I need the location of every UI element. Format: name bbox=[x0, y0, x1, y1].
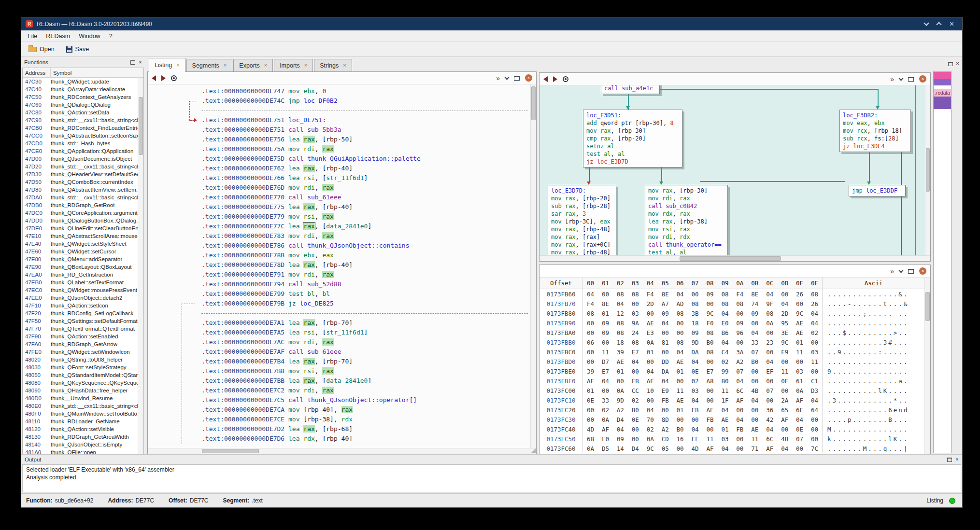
open-button[interactable]: Open bbox=[24, 44, 59, 54]
segment-block[interactable] bbox=[934, 72, 951, 79]
table-row[interactable]: 47F10thunk_QAction::setIcon bbox=[23, 302, 143, 309]
save-button[interactable]: Save bbox=[62, 44, 94, 54]
forward-icon[interactable] bbox=[161, 75, 166, 81]
expand-icon[interactable]: » bbox=[890, 268, 894, 275]
expand-icon[interactable]: » bbox=[890, 76, 894, 83]
segment-block[interactable] bbox=[934, 79, 951, 85]
listing-line[interactable]: .text:00000000000DE7B8mov rsi, rax bbox=[148, 366, 530, 376]
listing-line[interactable]: .text:00000000000DE79Bjz loc_DE825 bbox=[148, 299, 530, 308]
table-row[interactable]: 47D50thunk_QComboBox::currentIndex bbox=[23, 178, 143, 186]
close-tab-icon[interactable]: × bbox=[264, 63, 267, 68]
hex-row[interactable]: 0173FB900009089AAE040018F0E009000A95AE04… bbox=[540, 318, 924, 328]
hex-table[interactable]: Offset 000102030405060708090A0B0C0D0E0F … bbox=[540, 278, 924, 454]
hex-row[interactable]: 0173FC100E339D0200FBAE04001FAF04002AAF04… bbox=[540, 395, 924, 405]
table-row[interactable]: 48140thunk_QJsonObject::isEmpty bbox=[23, 441, 143, 448]
graph-area[interactable]: call sub_a4e1cloc_E3D51:add qword ptr [r… bbox=[540, 85, 925, 255]
detach-icon[interactable] bbox=[908, 269, 914, 274]
listing-line[interactable]: .text:00000000000DE75Amov rdi, rax bbox=[148, 144, 530, 154]
hex-row[interactable]: 0173FBC0001139E7010004DA08C43A0700E91103… bbox=[540, 347, 924, 357]
menu-item-file[interactable]: File bbox=[23, 32, 42, 41]
hex-row[interactable]: 0173FC30000AD40E708D0000FBAE040042AF0400… bbox=[540, 415, 924, 424]
table-row[interactable]: 47E60thunk_QWidget::setCursor bbox=[23, 248, 143, 255]
hex-row[interactable]: 0173FBD000D7AE0400DDAE040002A2B004000011… bbox=[540, 357, 924, 366]
hex-row[interactable]: 0173FBA000090824E300000908B69604003EAE02… bbox=[540, 328, 924, 337]
table-row[interactable]: 47DE0thunk_QLineEdit::setClearButtonEn..… bbox=[23, 224, 143, 232]
table-row[interactable]: 480E0thunk_std::__cxx11::basic_string<ch… bbox=[23, 402, 143, 410]
hex-row[interactable]: 0173FBF0AE0400FBAE040002A8B00400000E61C1… bbox=[540, 376, 924, 386]
tab-strings[interactable]: Strings× bbox=[314, 59, 352, 71]
resize-grip[interactable] bbox=[531, 448, 536, 453]
listing-line[interactable]: .text:00000000000DE7ACmov rdi, rax bbox=[148, 337, 530, 347]
table-row[interactable]: 47F70thunk_QTextFormat::QTextFormat bbox=[23, 325, 143, 333]
table-row[interactable]: 47C80thunk_QAction::setData bbox=[23, 109, 143, 116]
hex-row[interactable]: 0173FC506BF009000ACD16EF110300116C4B0700… bbox=[540, 434, 924, 444]
tab-exports[interactable]: Exports× bbox=[233, 59, 273, 71]
listing-line[interactable]: .text:00000000000DE74Cjmp loc_DF0B2 bbox=[148, 96, 530, 106]
listing-line[interactable]: .text:00000000000DE747mov ebx, 0 bbox=[148, 86, 530, 96]
table-row[interactable]: 47DC0thunk_QCoreApplication::arguments bbox=[23, 209, 143, 217]
listing-line[interactable]: .text:00000000000DE786call thunk_QJsonOb… bbox=[148, 241, 530, 251]
table-row[interactable]: 47EC0thunk_QWidget::mousePressEvent bbox=[23, 286, 143, 294]
chevron-down-icon[interactable] bbox=[899, 268, 904, 273]
listing-line[interactable]: .text:00000000000DE794call sub_52d88 bbox=[148, 279, 530, 289]
graph-node[interactable]: loc_E3DB2:mov eax, ebxmov rcx, [rbp-18]s… bbox=[839, 110, 911, 152]
goto-icon[interactable] bbox=[171, 75, 177, 81]
listing-line[interactable]: .text:00000000000DE762lea rax, [rbp-40] bbox=[148, 164, 530, 173]
table-row[interactable]: 47F50thunk_QSettings::setDefaultFormat bbox=[23, 317, 143, 325]
close-tab-icon[interactable]: × bbox=[343, 63, 346, 68]
table-row[interactable]: 47E80thunk_QMenu::addSeparator bbox=[23, 255, 143, 263]
listing-line[interactable]: .text:00000000000DE7D2lea rax, [rbp-68] bbox=[148, 424, 530, 434]
symbol-column-header[interactable]: Symbol bbox=[51, 68, 143, 77]
float-dock-icon[interactable] bbox=[947, 458, 952, 462]
listing-line[interactable]: .text:00000000000DE770call sub_61eee bbox=[148, 193, 530, 202]
table-row[interactable]: 480D0thunk__Unwind_Resume bbox=[23, 394, 143, 402]
table-row[interactable]: 47D00thunk_QJsonDocument::isObject bbox=[23, 155, 143, 163]
scrollbar-thumb[interactable] bbox=[531, 86, 536, 120]
graph-node[interactable]: mov rax, [rbp-30]mov rdi, raxcall sub_c0… bbox=[645, 185, 728, 255]
functions-dock-titlebar[interactable]: Functions × bbox=[21, 57, 145, 68]
chevron-down-icon[interactable] bbox=[899, 76, 904, 81]
functions-scrollbar[interactable] bbox=[138, 78, 143, 454]
output-log[interactable]: Selected loader 'ELF Executable' with 'x… bbox=[22, 464, 961, 492]
listing-hscrollbar[interactable] bbox=[148, 448, 536, 454]
hex-row[interactable]: 0173FBE039E7010004DA010EE7990700EF110300… bbox=[540, 366, 924, 376]
forward-icon[interactable] bbox=[553, 76, 557, 82]
close-panel-icon[interactable]: × bbox=[919, 75, 926, 83]
table-row[interactable]: 47DB0thunk_RDGraph_GetRoot bbox=[23, 201, 143, 209]
listing-line[interactable]: .text:00000000000DE7B4lea rax, [rbp-70] bbox=[148, 357, 530, 366]
table-row[interactable]: 48090thunk_QHashData::free_helper bbox=[23, 387, 143, 394]
listing-line[interactable]: .text:00000000000DE779mov rsi, rax bbox=[148, 212, 530, 222]
scrollbar-thumb[interactable] bbox=[926, 148, 930, 192]
table-row[interactable]: 47E90thunk_QBoxLayout::QBoxLayout bbox=[23, 263, 143, 271]
table-row[interactable]: 47FA0thunk_RDGraph_GetArrow bbox=[23, 340, 143, 348]
minimize-icon[interactable] bbox=[923, 20, 929, 26]
maximize-icon[interactable] bbox=[936, 22, 941, 27]
tab-listing[interactable]: Listing× bbox=[149, 58, 185, 72]
back-icon[interactable] bbox=[152, 75, 156, 81]
table-row[interactable]: 47EB0thunk_QLabel::setTextFormat bbox=[23, 279, 143, 286]
float-dock-icon[interactable] bbox=[948, 62, 953, 66]
listing-line[interactable]: .text:00000000000DE75Dcall thunk_QGuiApp… bbox=[148, 154, 530, 164]
close-dock-icon[interactable]: × bbox=[955, 457, 959, 462]
graph-node[interactable]: jmp loc_E3DDF bbox=[849, 185, 906, 196]
table-row[interactable]: 47C90thunk_std::__cxx11::basic_string<ch… bbox=[23, 116, 143, 124]
segment-block[interactable] bbox=[934, 97, 951, 109]
table-row[interactable]: 47FE0thunk_QWidget::setWindowIcon bbox=[23, 348, 143, 356]
detach-icon[interactable] bbox=[514, 76, 520, 81]
table-row[interactable]: 47F90thunk_QAction::setEnabled bbox=[23, 333, 143, 340]
table-row[interactable]: 47DD0thunk_QDialogButtonBox::QDialog... bbox=[23, 217, 143, 224]
scrollbar-thumb[interactable] bbox=[202, 449, 259, 453]
listing-line[interactable]: .text:00000000000DE783mov rdi, rax bbox=[148, 231, 530, 241]
close-dock-icon[interactable]: × bbox=[139, 59, 142, 65]
address-column-header[interactable]: Address bbox=[23, 68, 51, 77]
table-row[interactable]: 47CE0thunk_QApplication::QApplication bbox=[23, 147, 143, 155]
listing-line[interactable]: .text:00000000000DE7CAmov [rbp-40], rax bbox=[148, 405, 530, 415]
graph-vscrollbar[interactable] bbox=[925, 85, 930, 255]
listing-line[interactable]: .text:00000000000DE7CEmov [rbp-38], rdx bbox=[148, 415, 530, 424]
listing-line[interactable]: .text:00000000000DE775lea rax, [rbp-40] bbox=[148, 202, 530, 212]
hex-row[interactable]: 0173FBB0060018080A81089DB0040033239C0100… bbox=[540, 337, 924, 347]
graph-node[interactable]: loc_E3D7D:mov rax, [rbp-20]sub rax, [rbp… bbox=[548, 185, 616, 255]
detach-icon[interactable] bbox=[908, 77, 914, 82]
goto-icon[interactable] bbox=[563, 76, 568, 82]
table-row[interactable]: 47CC0thunk_QAbstractButton::setIconSize bbox=[23, 132, 143, 139]
